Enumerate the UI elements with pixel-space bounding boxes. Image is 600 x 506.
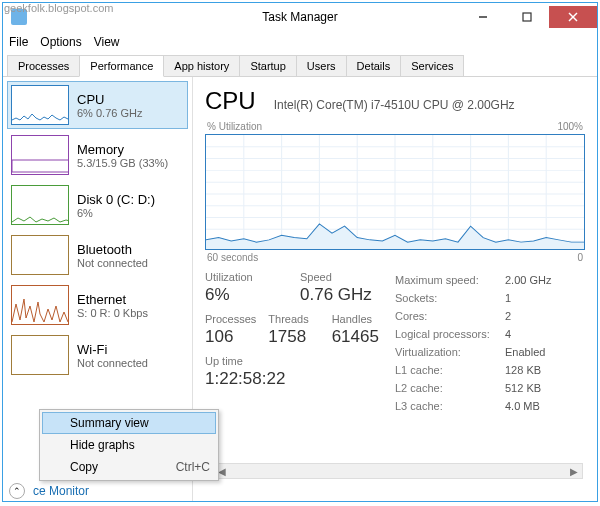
menu-view[interactable]: View [94,35,120,49]
sidebar-thumb [11,285,69,325]
kv-row: Logical processors:4 [395,325,585,343]
sidebar-item-wi-fi[interactable]: Wi-FiNot connected [7,331,188,379]
stats-left: Utilization6%Speed0.76 GHz Processes106T… [205,271,395,415]
chart-label-tr: 100% [557,121,583,132]
menu-options[interactable]: Options [40,35,81,49]
ctx-copy[interactable]: CopyCtrl+C [42,456,216,478]
close-button[interactable] [549,6,597,28]
sidebar-item-ethernet[interactable]: EthernetS: 0 R: 0 Kbps [7,281,188,329]
sidebar-item-title: Disk 0 (C: D:) [77,192,155,207]
ctx-hide-graphs[interactable]: Hide graphs [42,434,216,456]
kv-row: Cores:2 [395,307,585,325]
tab-strip: ProcessesPerformanceApp historyStartupUs… [3,55,597,77]
main-panel: CPU Intel(R) Core(TM) i7-4510U CPU @ 2.0… [193,77,597,501]
watermark: geekfolk.blogspot.com [4,2,113,14]
tab-services[interactable]: Services [400,55,464,76]
tab-details[interactable]: Details [346,55,402,76]
sidebar-item-sub: S: 0 R: 0 Kbps [77,307,148,319]
menubar: FileOptionsView [3,31,597,53]
stat-speed: Speed0.76 GHz [300,271,395,305]
sidebar-thumb [11,335,69,375]
footer: ⌃ ce Monitor [3,481,597,501]
sidebar-thumb [11,235,69,275]
stat-threads: Threads1758 [268,313,331,347]
sidebar-item-memory[interactable]: Memory5.3/15.9 GB (33%) [7,131,188,179]
stat-processes: Processes106 [205,313,268,347]
window-title: Task Manager [262,10,337,24]
sidebar-item-title: Memory [77,142,168,157]
expand-chevron-icon[interactable]: ⌃ [9,483,25,499]
sidebar-item-sub: 5.3/15.9 GB (33%) [77,157,168,169]
sidebar-item-sub: Not connected [77,357,148,369]
chart-label-bl: 60 seconds [207,252,258,263]
sidebar-item-sub: Not connected [77,257,148,269]
stat-utilization: Utilization6% [205,271,300,305]
horizontal-scrollbar[interactable]: ◀ ▶ [213,463,583,479]
stat-uptime: Up time 1:22:58:22 [205,355,395,389]
sidebar-thumb [11,85,69,125]
sidebar-item-sub: 6% 0.76 GHz [77,107,142,119]
menu-file[interactable]: File [9,35,28,49]
sidebar-thumb [11,185,69,225]
kv-row: Virtualization:Enabled [395,343,585,361]
sidebar-item-title: Bluetooth [77,242,148,257]
sidebar-item-title: CPU [77,92,142,107]
ctx-summary-view[interactable]: Summary view [42,412,216,434]
kv-row: Sockets:1 [395,289,585,307]
svg-rect-1 [523,13,531,21]
sidebar-item-disk-0-c-d-[interactable]: Disk 0 (C: D:)6% [7,181,188,229]
stats-right: Maximum speed:2.00 GHzSockets:1Cores:2Lo… [395,271,585,415]
tab-startup[interactable]: Startup [239,55,296,76]
cpu-model: Intel(R) Core(TM) i7-4510U CPU @ 2.00GHz [274,98,515,112]
sidebar-item-bluetooth[interactable]: BluetoothNot connected [7,231,188,279]
tab-app-history[interactable]: App history [163,55,240,76]
tab-processes[interactable]: Processes [7,55,80,76]
kv-row: L3 cache:4.0 MB [395,397,585,415]
scroll-right-icon[interactable]: ▶ [566,466,582,477]
tab-users[interactable]: Users [296,55,347,76]
kv-row: L2 cache:512 KB [395,379,585,397]
resource-monitor-link[interactable]: ce Monitor [33,484,89,498]
sidebar-thumb [11,135,69,175]
sidebar-item-title: Ethernet [77,292,148,307]
stat-handles: Handles61465 [332,313,395,347]
kv-row: L1 cache:128 KB [395,361,585,379]
tab-performance[interactable]: Performance [79,55,164,77]
utilization-chart [205,134,585,250]
content-area: CPU6% 0.76 GHzMemory5.3/15.9 GB (33%)Dis… [3,77,597,501]
sidebar-item-cpu[interactable]: CPU6% 0.76 GHz [7,81,188,129]
maximize-button[interactable] [505,6,549,28]
context-menu: Summary viewHide graphsCopyCtrl+C [39,409,219,481]
chart-label-br: 0 [577,252,583,263]
window: Task Manager FileOptionsView ProcessesPe… [2,2,598,502]
sidebar-item-title: Wi-Fi [77,342,148,357]
chart-label-tl: % Utilization [207,121,262,132]
sidebar-item-sub: 6% [77,207,155,219]
page-title: CPU [205,87,256,115]
minimize-button[interactable] [461,6,505,28]
kv-row: Maximum speed:2.00 GHz [395,271,585,289]
